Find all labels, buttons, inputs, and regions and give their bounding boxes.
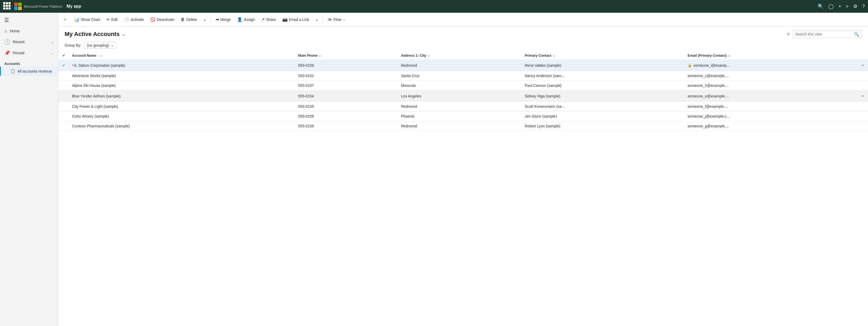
row-email[interactable]: 🔒someone_i@examp... [684, 60, 857, 71]
more-email-button[interactable]: ⌄ [313, 15, 320, 24]
table-row[interactable]: ✓*A. Datum Corporation (sample)555-0158R… [58, 60, 868, 71]
group-by-select[interactable]: (no grouping) ⌄ [84, 42, 117, 49]
row-nav-arrow-icon[interactable]: → [860, 93, 865, 99]
row-email[interactable]: someone_j@example.c... [684, 111, 857, 121]
filter-icon[interactable]: ▿ [846, 3, 848, 9]
row-nav-arrow-cell[interactable]: → [857, 91, 868, 102]
row-primary-contact[interactable]: Nancy Anderson (sam... [522, 71, 684, 81]
row-primary-contact[interactable]: Sidney Higa (sample) [522, 91, 684, 102]
row-primary-contact[interactable]: Paul Cannon (sample) [522, 81, 684, 91]
sidebar-item-home[interactable]: ⌂ Home [0, 25, 58, 36]
group-by-chevron-icon: ⌄ [111, 43, 114, 47]
col-filter-icon-2[interactable]: ⌄ [427, 54, 430, 57]
circle-arrow-icon[interactable]: ◯ [828, 3, 834, 9]
row-nav-arrow-cell[interactable] [857, 121, 868, 131]
settings-icon[interactable]: ⚙ [853, 3, 858, 9]
search-input[interactable] [795, 32, 852, 36]
row-nav-arrow-cell[interactable]: → [857, 60, 868, 71]
row-primary-contact[interactable]: Jim Glynn (sample) [522, 111, 684, 121]
row-email[interactable]: someone_g@example.... [684, 121, 857, 131]
table-row[interactable]: City Power & Light (sample)555-0155Redmo… [58, 102, 868, 111]
row-check-cell[interactable] [58, 81, 69, 91]
top-icons: 🔍 ◯ + ▿ ⚙ ? [818, 3, 865, 9]
assign-button[interactable]: 👤 Assign [235, 15, 257, 24]
email-link-icon: 📷 [282, 17, 288, 22]
row-email[interactable]: someone_h@example.... [684, 81, 857, 91]
col-header-check[interactable]: ✓ [58, 52, 69, 60]
row-primary-contact[interactable]: Rene Valdes (sample) [522, 60, 684, 71]
table-row[interactable]: Coho Winery (sample)555-0159PhoenixJim G… [58, 111, 868, 121]
row-email[interactable]: someone_c@example.... [684, 71, 857, 81]
help-icon[interactable]: ? [862, 4, 865, 9]
row-check-cell[interactable] [58, 102, 69, 111]
main-content: ← 📊 Show Chart ✏ Edit 📄 Activate 🚫 Deact… [58, 13, 868, 326]
view-title-chevron-icon[interactable]: ⌄ [122, 31, 126, 37]
layout: ☰ ⌂ Home 🕐 Recent ⌄ 📌 Pinned ⌄ Accounts … [0, 13, 868, 326]
share-button[interactable]: ↗ Share [258, 15, 278, 24]
row-account-name[interactable]: Adventure Works (sample) [69, 71, 295, 81]
row-account-name[interactable]: *A. Datum Corporation (sample) [69, 60, 295, 71]
row-email[interactable]: someone_f@example.... [684, 102, 857, 111]
show-chart-button[interactable]: 📊 Show Chart [71, 15, 103, 24]
row-main-phone: 555-0154 [295, 91, 398, 102]
hamburger-button[interactable]: ☰ [0, 15, 58, 25]
activate-button[interactable]: 📄 Activate [121, 15, 147, 24]
pinned-chevron-icon: ⌄ [51, 51, 54, 55]
recent-icon: 🕐 [4, 39, 10, 45]
col-header-email[interactable]: Email (Primary Contact) ⌄ [684, 52, 857, 60]
more-commands-button[interactable]: ⌄ [201, 15, 209, 24]
search-icon[interactable]: 🔍 [818, 3, 824, 9]
col-header-account-name[interactable]: Account Name ↑ ⌄ [69, 52, 295, 60]
merge-button[interactable]: ➡ Merge [213, 15, 234, 24]
row-main-phone: 555-0158 [295, 60, 398, 71]
col-filter-icon-3[interactable]: ⌄ [553, 54, 555, 57]
row-nav-arrow-cell[interactable] [857, 81, 868, 91]
table-row[interactable]: Adventure Works (sample)555-0152Santa Cr… [58, 71, 868, 81]
row-account-name[interactable]: Coho Winery (sample) [69, 111, 295, 121]
table-row[interactable]: Contoso Pharmaceuticals (sample)555-0156… [58, 121, 868, 131]
row-main-phone: 555-0156 [295, 121, 398, 131]
sidebar-item-all-accounts[interactable]: 📋 All accounts revenue [0, 67, 58, 76]
row-check-cell[interactable] [58, 111, 69, 121]
row-primary-contact[interactable]: Scott Konersmann (sa... [522, 102, 684, 111]
row-check-cell[interactable] [58, 71, 69, 81]
row-account-name[interactable]: Blue Yonder Airlines (sample) [69, 91, 295, 102]
table-row[interactable]: Blue Yonder Airlines (sample)555-0154Los… [58, 91, 868, 102]
table-row[interactable]: Alpine Ski House (sample)555-0157Missoul… [58, 81, 868, 91]
deactivate-button[interactable]: 🚫 Deactivate [148, 15, 177, 24]
col-filter-icon-1[interactable]: ⌄ [319, 54, 321, 57]
flow-button[interactable]: ≫ Flow ⌄ [325, 15, 348, 24]
sidebar-item-recent[interactable]: 🕐 Recent ⌄ [0, 36, 58, 47]
col-header-primary-contact[interactable]: Primary Contact ⌄ [522, 52, 684, 60]
col-header-main-phone[interactable]: Main Phone ⌄ [295, 52, 398, 60]
row-primary-contact[interactable]: Robert Lyon (sample) [522, 121, 684, 131]
row-check-cell[interactable]: ✓ [58, 60, 69, 71]
group-by-label: Group By: [65, 43, 81, 47]
row-city: Redmond [398, 60, 522, 71]
plus-icon[interactable]: + [838, 4, 841, 9]
row-nav-arrow-cell[interactable] [857, 71, 868, 81]
edit-icon: ✏ [106, 17, 110, 22]
col-filter-icon-4[interactable]: ⌄ [727, 54, 730, 57]
col-filter-icon-0[interactable]: ⌄ [100, 54, 102, 57]
row-account-name[interactable]: Alpine Ski House (sample) [69, 81, 295, 91]
row-account-name[interactable]: City Power & Light (sample) [69, 102, 295, 111]
waffle-icon[interactable] [3, 2, 12, 10]
row-account-name[interactable]: Contoso Pharmaceuticals (sample) [69, 121, 295, 131]
ms-logo [14, 3, 22, 10]
row-nav-arrow-cell[interactable] [857, 102, 868, 111]
sort-asc-icon: ↑ [97, 54, 99, 57]
col-header-city[interactable]: Address 1: City ⌄ [398, 52, 522, 60]
row-nav-arrow-icon[interactable]: → [860, 63, 865, 68]
sidebar-item-pinned[interactable]: 📌 Pinned ⌄ [0, 47, 58, 59]
row-check-cell[interactable] [58, 91, 69, 102]
row-check-cell[interactable] [58, 121, 69, 131]
back-button[interactable]: ← [60, 15, 70, 24]
command-bar: ← 📊 Show Chart ✏ Edit 📄 Activate 🚫 Deact… [58, 13, 868, 27]
view-filter-icon[interactable]: ▿ [786, 30, 790, 38]
email-link-button[interactable]: 📷 Email a Link [280, 15, 312, 24]
row-nav-arrow-cell[interactable] [857, 111, 868, 121]
edit-button[interactable]: ✏ Edit [104, 15, 120, 24]
row-email[interactable]: someone_e@example.... [684, 91, 857, 102]
delete-button[interactable]: 🗑 Delete [178, 15, 199, 24]
